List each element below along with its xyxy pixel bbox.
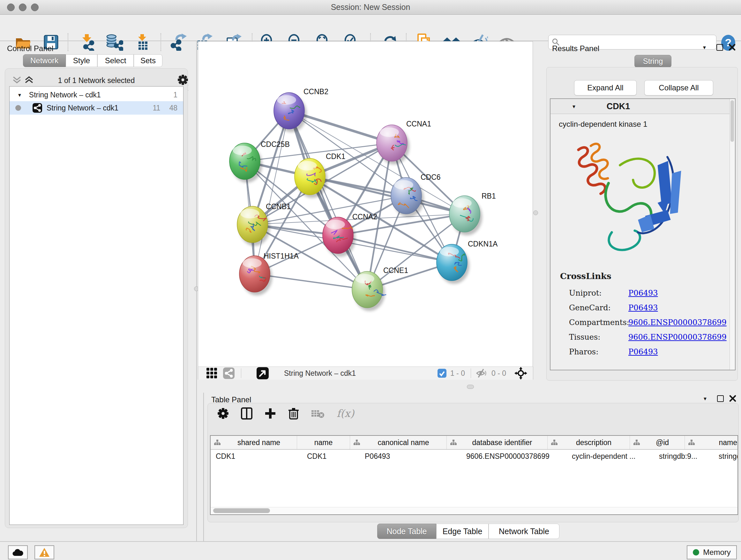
tab-network-table[interactable]: Network Table — [488, 523, 559, 539]
column-header-name[interactable]: name — [297, 436, 350, 449]
tab-node-table[interactable]: Node Table — [377, 523, 436, 539]
table-toolbar: f(x) — [208, 403, 738, 424]
open-in-window-icon[interactable] — [257, 367, 269, 379]
node-table[interactable]: shared namenamecanonical namedatabase id… — [210, 435, 738, 515]
tab-string[interactable]: String — [634, 55, 671, 68]
add-column-plus-icon[interactable] — [265, 408, 276, 419]
memory-status-button[interactable]: Memory — [687, 545, 737, 559]
table-cell[interactable]: cyclin-dependent ... — [567, 449, 654, 463]
collection-expand-icon[interactable]: ▼ — [17, 92, 22, 98]
column-header-database-identifier[interactable]: database identifier — [447, 436, 548, 449]
right-splitter-handle[interactable] — [533, 210, 538, 215]
column-header-canonical-name[interactable]: canonical name — [350, 436, 447, 449]
node-highlight — [243, 258, 262, 268]
network-row-selected[interactable]: String Network – cdk1 11 48 — [10, 101, 183, 115]
table-row[interactable]: CDK1CDK1P064939606.ENSP00000378699cyclin… — [211, 449, 738, 463]
collapse-all-button[interactable]: Collapse All — [644, 80, 713, 96]
node-label-cdc6: CDC6 — [421, 173, 441, 181]
show-columns-icon[interactable] — [241, 408, 253, 420]
column-header-description[interactable]: description — [548, 436, 630, 449]
table-cell[interactable]: stringdb — [714, 449, 738, 463]
crosslink-link[interactable]: P06493 — [628, 303, 658, 312]
table-cell[interactable]: stringdb:9... — [654, 449, 714, 463]
node-highlight — [277, 95, 296, 105]
table-horizontal-scrollbar[interactable] — [211, 507, 738, 514]
warning-icon — [39, 548, 50, 557]
string-badge-icon[interactable] — [223, 368, 234, 379]
pan-crosshair-icon[interactable] — [515, 367, 527, 380]
card-vertical-scrollbar[interactable] — [730, 99, 735, 370]
table-gear-icon[interactable] — [217, 408, 229, 419]
network-edge[interactable] — [289, 111, 367, 290]
column-tree-icon — [688, 439, 695, 446]
warnings-status-button[interactable] — [35, 545, 54, 559]
table-cell[interactable]: 9606.ENSP00000378699 — [461, 449, 567, 463]
column-tree-icon — [450, 439, 457, 446]
node-card-title: CDK1 — [607, 102, 630, 111]
results-panel-menu-icon[interactable]: ▼ — [702, 45, 707, 50]
network-options-gear-icon[interactable] — [178, 74, 188, 85]
table-scrollbar-thumb[interactable] — [213, 508, 270, 513]
network-canvas[interactable]: CCNB2CCNA1CDC25BCDK1CDC6RB1CCNB1CCNA2CDK… — [198, 41, 533, 367]
network-tab-content: 1 of 1 Network selected ▼ String Network… — [5, 68, 188, 528]
node-highlight — [380, 127, 399, 137]
node-label-ccna2: CCNA2 — [352, 212, 377, 221]
crosslink-row: Pharos:P06493 — [550, 345, 729, 359]
delete-column-trash-icon[interactable] — [288, 408, 299, 420]
crosslink-link[interactable]: 9606.ENSP00000378699 — [628, 333, 727, 341]
window-zoom-button[interactable] — [31, 3, 39, 11]
column-header-namespace[interactable]: namespace — [685, 436, 738, 449]
node-card-collapse-icon[interactable]: ▼ — [571, 104, 576, 109]
birdseye-grid-icon[interactable] — [206, 368, 217, 379]
tab-style[interactable]: Style — [66, 54, 97, 67]
crosslink-link[interactable]: 9606.ENSP00000378699 — [628, 318, 727, 327]
cloud-status-button[interactable] — [8, 545, 28, 559]
crosslink-link[interactable]: P06493 — [628, 289, 658, 298]
tab-network[interactable]: Network — [23, 54, 66, 67]
results-panel-close-icon[interactable] — [729, 44, 736, 51]
node-highlight — [355, 274, 374, 284]
tab-sets[interactable]: Sets — [134, 54, 162, 67]
crosslink-link[interactable]: P06493 — [628, 348, 658, 356]
crosslinks-list: Uniprot:P06493GeneCard:P06493Compartment… — [550, 286, 729, 359]
tab-edge-table[interactable]: Edge Table — [436, 523, 488, 539]
memory-status-dot — [693, 549, 699, 556]
cloud-icon — [12, 548, 23, 557]
table-panel-close-icon[interactable] — [729, 395, 736, 402]
node-label-ccnb1: CCNB1 — [266, 202, 291, 211]
tab-select[interactable]: Select — [97, 54, 134, 67]
table-cell[interactable]: CDK1 — [211, 449, 302, 463]
network-edge-count: 48 — [169, 104, 178, 112]
network-node-count: 11 — [153, 104, 160, 112]
network-collection-row[interactable]: ▼ String Network – cdk1 1 — [10, 88, 183, 101]
window-close-button[interactable] — [7, 3, 15, 11]
window-minimize-button[interactable] — [19, 3, 26, 11]
column-header-shared-name[interactable]: shared name — [211, 436, 297, 449]
network-view-title: String Network – cdk1 — [284, 369, 356, 378]
application-window: Session: New Session — [0, 0, 741, 560]
crosslink-row: GeneCard:P06493 — [550, 300, 729, 315]
collection-label: String Network – cdk1 — [29, 91, 101, 99]
node-highlight — [326, 220, 345, 229]
node-label-cdc25b: CDC25B — [261, 140, 290, 148]
protein-description: cyclin-dependent kinase 1 — [559, 120, 735, 129]
node-card-header[interactable]: ▼ CDK1 — [550, 99, 735, 114]
horizontal-splitter-handle[interactable] — [467, 385, 474, 389]
table-panel-menu-icon[interactable]: ▼ — [703, 396, 708, 401]
column-tree-icon — [551, 439, 558, 446]
results-panel-float-icon[interactable] — [717, 44, 723, 51]
table-cell[interactable]: P06493 — [360, 449, 461, 463]
column-header-label: database identifier — [457, 438, 547, 447]
table-cell[interactable]: CDK1 — [302, 449, 360, 463]
control-panel-tabs: Network Style Select Sets — [23, 54, 162, 67]
network-view-toolbar: String Network – cdk1 1 - 0 0 - 0 — [198, 367, 533, 380]
selected-checkbox-icon[interactable] — [437, 369, 447, 378]
column-header-label: name — [297, 438, 350, 447]
expand-all-button[interactable]: Expand All — [574, 80, 636, 96]
card-scrollbar-thumb[interactable] — [731, 100, 734, 142]
node-label-cdk1: CDK1 — [326, 152, 345, 161]
control-panel-title: Control Panel — [7, 44, 53, 53]
table-panel-float-icon[interactable] — [717, 395, 724, 402]
table-panel: Table Panel ▼ f(x) shared namenamecanoni… — [203, 393, 741, 541]
column-header-@id[interactable]: @id — [630, 436, 685, 449]
